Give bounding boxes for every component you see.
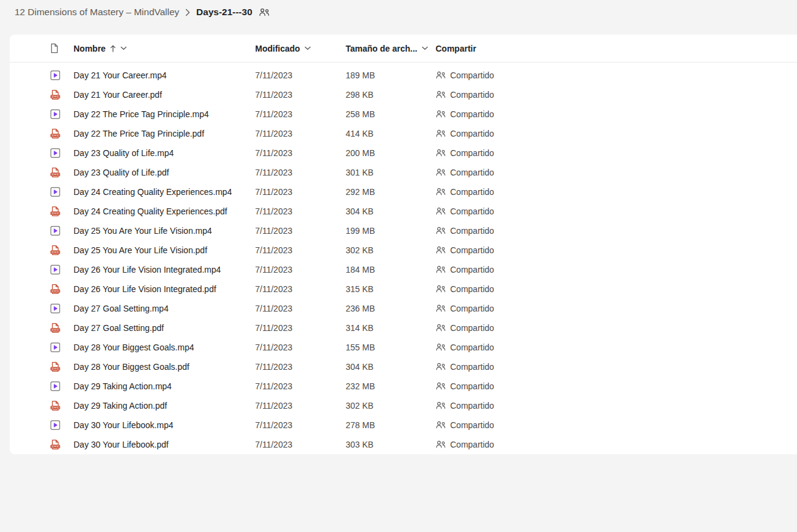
file-shared-label: Compartido	[450, 401, 494, 411]
table-row[interactable]: Day 27 Goal Setting.mp4 7/11/2023 236 MB…	[10, 299, 797, 318]
file-type-cell	[50, 439, 74, 450]
file-name[interactable]: Day 25 You Are Your Life Vision.pdf	[74, 245, 255, 255]
table-row[interactable]: Day 29 Taking Action.mp4 7/11/2023 232 M…	[10, 377, 797, 396]
file-shared-cell[interactable]: Compartido	[436, 187, 797, 197]
file-modified: 7/11/2023	[255, 129, 346, 138]
file-modified: 7/11/2023	[255, 304, 346, 313]
file-type-cell	[50, 381, 74, 392]
table-row[interactable]: Day 25 You Are Your Life Vision.mp4 7/11…	[10, 221, 797, 240]
file-type-cell	[50, 206, 74, 217]
file-shared-cell[interactable]: Compartido	[436, 206, 797, 216]
file-shared-label: Compartido	[450, 265, 494, 275]
table-row[interactable]: Day 21 Your Career.pdf 7/11/2023 298 KB …	[10, 85, 797, 104]
file-shared-cell[interactable]: Compartido	[436, 440, 797, 449]
file-size: 278 MB	[346, 420, 436, 430]
file-shared-cell[interactable]: Compartido	[436, 90, 797, 100]
file-name[interactable]: Day 27 Goal Setting.mp4	[74, 304, 255, 313]
table-row[interactable]: Day 30 Your Lifebook.mp4 7/11/2023 278 M…	[10, 415, 797, 435]
column-header-size[interactable]: Tamaño de arch...	[346, 44, 436, 53]
column-header-file-type[interactable]	[50, 43, 74, 53]
file-name[interactable]: Day 27 Goal Setting.pdf	[74, 323, 255, 333]
file-name[interactable]: Day 28 Your Biggest Goals.mp4	[74, 343, 255, 352]
file-shared-label: Compartido	[450, 109, 494, 119]
file-shared-cell[interactable]: Compartido	[436, 70, 797, 80]
table-row[interactable]: Day 24 Creating Quality Experiences.pdf …	[10, 202, 797, 221]
file-name[interactable]: Day 29 Taking Action.pdf	[74, 401, 255, 411]
table-row[interactable]: Day 24 Creating Quality Experiences.mp4 …	[10, 182, 797, 202]
breadcrumb-parent-link[interactable]: 12 Dimensions of Mastery – MindValley	[15, 7, 179, 18]
file-size: 155 MB	[346, 343, 436, 352]
file-name[interactable]: Day 30 Your Lifebook.mp4	[74, 420, 255, 430]
file-shared-cell[interactable]: Compartido	[436, 129, 797, 138]
file-shared-cell[interactable]: Compartido	[436, 109, 797, 119]
people-icon	[436, 168, 446, 177]
file-shared-cell[interactable]: Compartido	[436, 226, 797, 236]
file-shared-label: Compartido	[450, 304, 494, 313]
table-row[interactable]: Day 29 Taking Action.pdf 7/11/2023 302 K…	[10, 396, 797, 415]
table-row[interactable]: Day 21 Your Career.mp4 7/11/2023 189 MB …	[10, 66, 797, 85]
file-name[interactable]: Day 23 Quality of Life.pdf	[74, 168, 255, 177]
file-shared-cell[interactable]: Compartido	[436, 168, 797, 177]
table-row[interactable]: Day 27 Goal Setting.pdf 7/11/2023 314 KB…	[10, 318, 797, 338]
file-shared-cell[interactable]: Compartido	[436, 265, 797, 275]
file-name[interactable]: Day 21 Your Career.pdf	[74, 90, 255, 100]
table-row[interactable]: Day 23 Quality of Life.pdf 7/11/2023 301…	[10, 163, 797, 182]
file-shared-cell[interactable]: Compartido	[436, 343, 797, 352]
file-shared-label: Compartido	[450, 343, 494, 352]
file-shared-cell[interactable]: Compartido	[436, 148, 797, 158]
table-row[interactable]: Day 30 Your Lifebook.pdf 7/11/2023 303 K…	[10, 435, 797, 454]
file-shared-cell[interactable]: Compartido	[436, 284, 797, 294]
people-icon	[436, 440, 446, 449]
file-modified: 7/11/2023	[255, 343, 346, 352]
file-shared-cell[interactable]: Compartido	[436, 323, 797, 333]
table-row[interactable]: Day 22 The Price Tag Principle.mp4 7/11/…	[10, 104, 797, 124]
file-shared-label: Compartido	[450, 245, 494, 255]
file-shared-cell[interactable]: Compartido	[436, 245, 797, 255]
file-name[interactable]: Day 25 You Are Your Life Vision.mp4	[74, 226, 255, 236]
file-size: 189 MB	[346, 70, 436, 80]
table-row[interactable]: Day 28 Your Biggest Goals.mp4 7/11/2023 …	[10, 338, 797, 357]
file-type-cell	[50, 70, 74, 81]
table-row[interactable]: Day 26 Your Life Vision Integrated.mp4 7…	[10, 260, 797, 279]
file-size: 304 KB	[346, 362, 436, 372]
file-shared-label: Compartido	[450, 440, 494, 449]
file-name[interactable]: Day 22 The Price Tag Principle.pdf	[74, 129, 255, 138]
table-row[interactable]: Day 28 Your Biggest Goals.pdf 7/11/2023 …	[10, 357, 797, 377]
file-name[interactable]: Day 26 Your Life Vision Integrated.mp4	[74, 265, 255, 275]
file-modified: 7/11/2023	[255, 187, 346, 197]
column-header-share[interactable]: Compartir	[436, 44, 797, 53]
file-name[interactable]: Day 22 The Price Tag Principle.mp4	[74, 109, 255, 119]
column-header-name[interactable]: Nombre	[74, 44, 255, 53]
file-name[interactable]: Day 23 Quality of Life.mp4	[74, 148, 255, 158]
file-modified: 7/11/2023	[255, 245, 346, 255]
file-modified: 7/11/2023	[255, 323, 346, 333]
chevron-down-icon	[304, 46, 311, 50]
file-shared-cell[interactable]: Compartido	[436, 420, 797, 430]
file-name[interactable]: Day 30 Your Lifebook.pdf	[74, 440, 255, 449]
file-modified: 7/11/2023	[255, 226, 346, 236]
video-file-icon	[50, 381, 61, 392]
file-shared-cell[interactable]: Compartido	[436, 381, 797, 391]
file-shared-label: Compartido	[450, 362, 494, 372]
file-name[interactable]: Day 28 Your Biggest Goals.pdf	[74, 362, 255, 372]
file-name[interactable]: Day 24 Creating Quality Experiences.pdf	[74, 206, 255, 216]
file-type-cell	[50, 342, 74, 353]
table-row[interactable]: Day 25 You Are Your Life Vision.pdf 7/11…	[10, 240, 797, 260]
file-modified: 7/11/2023	[255, 148, 346, 158]
table-row[interactable]: Day 23 Quality of Life.mp4 7/11/2023 200…	[10, 143, 797, 163]
file-shared-label: Compartido	[450, 187, 494, 197]
column-header-name-label: Nombre	[74, 44, 106, 53]
file-shared-cell[interactable]: Compartido	[436, 304, 797, 313]
table-row[interactable]: Day 22 The Price Tag Principle.pdf 7/11/…	[10, 124, 797, 143]
file-name[interactable]: Day 21 Your Career.mp4	[74, 70, 255, 80]
table-row[interactable]: Day 26 Your Life Vision Integrated.pdf 7…	[10, 279, 797, 299]
file-name[interactable]: Day 29 Taking Action.mp4	[74, 381, 255, 391]
column-header-modified[interactable]: Modificado	[255, 44, 346, 53]
file-name[interactable]: Day 26 Your Life Vision Integrated.pdf	[74, 284, 255, 294]
file-shared-cell[interactable]: Compartido	[436, 401, 797, 411]
file-type-cell	[50, 264, 74, 275]
column-header-modified-label: Modificado	[255, 44, 300, 53]
file-name[interactable]: Day 24 Creating Quality Experiences.mp4	[74, 187, 255, 197]
breadcrumb: 12 Dimensions of Mastery – MindValley Da…	[0, 0, 797, 24]
file-shared-cell[interactable]: Compartido	[436, 362, 797, 372]
